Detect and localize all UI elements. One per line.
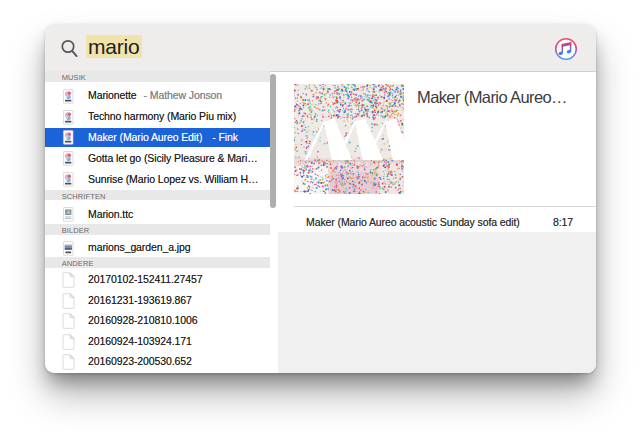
svg-text:MARIO AUREO: MARIO AUREO: [301, 162, 371, 167]
svg-text:A: A: [66, 209, 70, 215]
